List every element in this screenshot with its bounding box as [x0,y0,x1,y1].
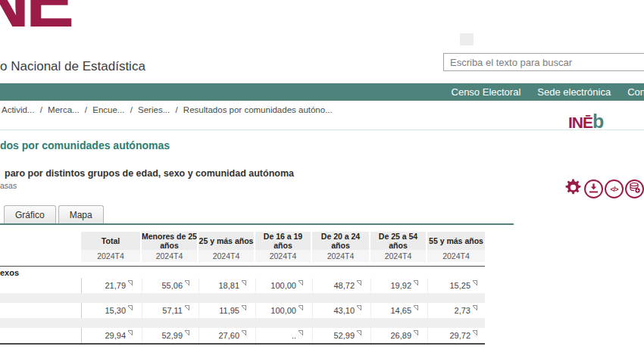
section-header-sexos: exos [0,266,485,278]
table-cell: 52,99 [142,328,197,343]
cell-value: 27,60 [218,331,239,340]
header-divider [0,130,644,130]
cell-value: 52,99 [161,331,183,340]
top-navbar: Censo Electoral Sede electrónica Con [0,83,644,101]
period-cell: 2024T4 [142,250,197,262]
row-spacer [0,293,485,303]
period-cell: 2024T4 [427,250,485,262]
table-cell: 11,95 [199,303,254,318]
footnote-marker-icon[interactable] [128,305,133,311]
table-cell: 27,60 [199,328,254,343]
cell-value: 100,00 [270,281,296,290]
download-icon [589,183,599,196]
table-cell: 57,11 [142,303,197,318]
table-cell: 19,92 [370,278,426,293]
faint-header-box [460,33,474,45]
breadcrumb-item[interactable]: Encue... [92,105,124,114]
table-cell: 100,00 [255,278,311,293]
table-cell: 15,30 [81,303,140,318]
period-cell: 2024T4 [81,250,140,262]
footnote-marker-icon[interactable] [357,305,361,311]
footnote-marker-icon[interactable] [242,330,246,335]
footnote-marker-icon[interactable] [299,330,303,335]
table-cell: 18,81 [199,278,254,293]
period-cell: 2024T4 [199,250,254,262]
footnote-marker-icon[interactable] [414,305,418,311]
cell-value: 57,11 [162,306,183,315]
nav-link-censo-electoral[interactable]: Censo Electoral [452,86,521,98]
cell-value: 14,65 [390,306,411,315]
inebase-logo-ine: INĒ [568,114,592,131]
cell-value: 100,00 [270,306,296,315]
ine-results-page: INĒ o Nacional de Estadística Censo Elec… [0,0,644,362]
breadcrumb-separator: / [40,105,42,114]
table-cell: 55,06 [142,278,197,293]
download-button[interactable] [584,179,603,198]
breadcrumb-item[interactable]: Activid... [2,105,34,114]
table-toolbar: </> [564,179,644,198]
period-cell: 2024T4 [370,250,426,262]
search-input[interactable] [443,53,644,71]
footnote-marker-icon[interactable] [414,280,418,286]
footnote-marker-icon[interactable] [473,280,477,286]
footnote-marker-icon[interactable] [299,280,303,286]
footnote-marker-icon[interactable] [299,305,303,311]
footnote-marker-icon[interactable] [473,330,477,335]
inebase-logo-base: b [592,111,604,132]
column-header: De 16 a 19 años [255,232,311,250]
cell-value: 29,94 [105,331,126,340]
column-header: 55 y más años [427,232,485,250]
breadcrumb-item[interactable]: Merca... [48,105,80,114]
tab-grafico[interactable]: Gráfico [4,205,56,224]
cell-value: 26,89 [390,331,411,340]
org-name: o Nacional de Estadística [0,59,145,74]
breadcrumb-separator: / [175,105,177,114]
cell-value: 55,06 [161,281,183,290]
footnote-marker-icon[interactable] [185,280,189,286]
footnote-marker-icon[interactable] [414,330,418,335]
column-header: Menores de 25 años [142,232,197,250]
row-spacer [0,318,485,328]
tabs-underline [0,223,514,225]
footnote-marker-icon[interactable] [185,330,189,335]
footnote-marker-icon[interactable] [242,280,246,286]
cell-value: 52,99 [333,331,355,340]
breadcrumb-item[interactable]: Series... [138,105,170,114]
table-cell: 100,00 [255,303,311,318]
row-label [0,278,80,293]
add-to-database-button[interactable] [625,179,644,198]
cell-value: 43,10 [333,306,355,315]
settings-button[interactable] [564,179,583,198]
cell-value: 11,95 [219,306,239,315]
cell-value: 21,79 [105,281,126,290]
footnote-marker-icon[interactable] [357,280,361,286]
footnote-marker-icon[interactable] [128,280,133,286]
view-tabs: Gráfico Mapa [4,205,104,224]
breadcrumb: Activid... / Merca... / Encue... / Serie… [2,105,333,114]
footnote-marker-icon[interactable] [357,330,361,335]
cell-value: 48,72 [333,281,355,290]
table-cell: 29,94 [81,328,140,343]
footnote-marker-icon[interactable] [185,305,189,311]
units-label: asas [0,181,17,190]
footnote-marker-icon[interactable] [242,305,246,311]
cell-value: 15,25 [449,281,470,290]
nav-link-contacto[interactable]: Con [627,86,644,98]
period-cell: 2024T4 [312,250,369,262]
footnote-marker-icon[interactable] [128,330,133,335]
cell-value: 15,30 [105,306,126,315]
ine-logo[interactable]: INĒ [0,0,70,38]
row-label [0,303,80,318]
column-header: De 25 a 54 años [370,232,426,250]
table-cell: 2,73 [427,303,485,318]
table-bottom-border [0,343,485,345]
column-header: Total [81,232,140,250]
footnote-marker-icon[interactable] [473,305,477,311]
nav-link-sede-electronica[interactable]: Sede electrónica [537,86,611,98]
table-cell: 52,99 [312,328,369,343]
tab-mapa[interactable]: Mapa [58,205,104,224]
row-label [0,328,80,343]
database-add-icon [630,183,640,196]
embed-code-button[interactable]: </> [605,179,624,198]
breadcrumb-separator: / [130,105,133,114]
